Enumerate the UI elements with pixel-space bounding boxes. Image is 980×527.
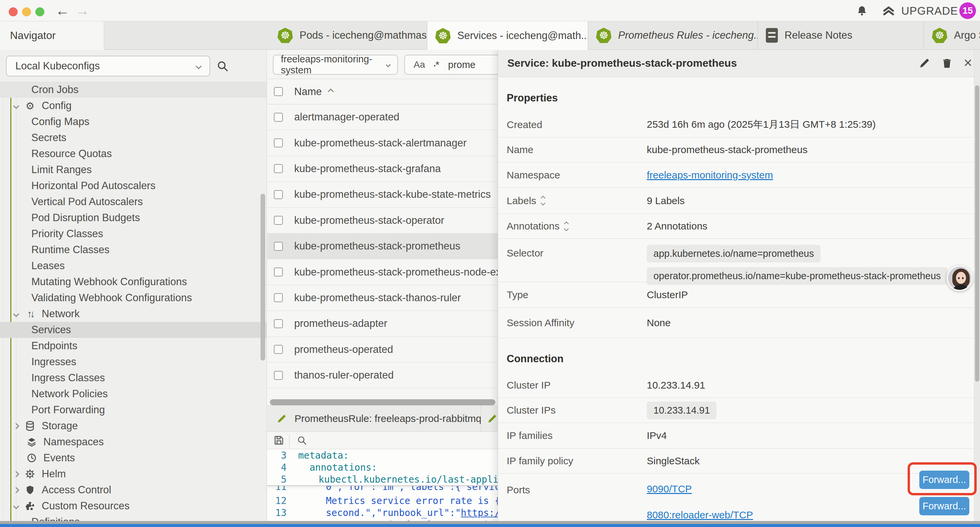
sidebar-item-network-policies[interactable]: Network Policies — [0, 386, 267, 402]
sidebar-item-config[interactable]: ⚙Config — [0, 98, 267, 114]
back-button[interactable]: ← — [56, 2, 69, 19]
minimize-window-button[interactable] — [22, 7, 31, 16]
delete-trash-icon[interactable] — [941, 57, 953, 69]
line-number: 13 — [267, 507, 286, 518]
tab-pods[interactable]: ☸ Pods - icecheng@mathmas... — [269, 21, 427, 49]
sidebar-item-events[interactable]: Events — [0, 450, 267, 466]
sidebar-item-leases[interactable]: Leases — [0, 258, 267, 274]
row-checkbox[interactable] — [274, 242, 283, 251]
maximize-window-button[interactable] — [35, 7, 45, 16]
sidebar-item-access-control[interactable]: Access Control — [0, 482, 267, 498]
sidebar-item-port-forwarding[interactable]: Port Forwarding — [0, 402, 267, 418]
toolbar-divider — [289, 434, 290, 447]
dock-tab-prometheusrule[interactable]: PrometheusRule: freeleaps-prod-rabbitmq — [267, 406, 481, 431]
sidebar-item-helm[interactable]: Helm — [0, 466, 267, 482]
detail-scrollbar-track[interactable] — [974, 50, 980, 527]
namespace-link[interactable]: freeleaps-monitoring-system — [647, 169, 773, 181]
notifications-bell-icon[interactable] — [856, 5, 868, 18]
table-row[interactable]: kube-prometheus-stack-alertmanager — [267, 130, 498, 156]
sidebar-item-horizontal-pod-autoscalers[interactable]: Horizontal Pod Autoscalers — [0, 178, 267, 194]
sidebar-item-runtime-classes[interactable]: Runtime Classes — [0, 242, 267, 258]
sidebar-item-storage[interactable]: Storage — [0, 418, 267, 434]
table-row-selected[interactable]: kube-prometheus-stack-prometheus — [267, 234, 498, 259]
sidebar-scrollbar[interactable] — [261, 194, 265, 361]
sidebar-item-namespaces[interactable]: Namespaces — [0, 434, 267, 450]
code-link[interactable]: https://net — [461, 507, 498, 518]
sidebar-item-cron-jobs[interactable]: Cron Jobs — [0, 82, 267, 98]
namespace-filter-select[interactable]: freeleaps-monitoring-system — [273, 55, 398, 75]
tab-services[interactable]: ☸ Services - icecheng@math... × — [427, 21, 588, 50]
row-checkbox[interactable] — [274, 293, 283, 302]
edit-pencil-icon[interactable] — [919, 57, 931, 69]
row-checkbox[interactable] — [274, 319, 283, 328]
sidebar-item-network[interactable]: ↑↓Network — [0, 306, 267, 322]
table-row[interactable]: prometheus-operated — [267, 337, 498, 363]
tab-prometheus-rules[interactable]: ☸ Prometheus Rules - icecheng... — [588, 21, 758, 49]
table-row[interactable]: kube-prometheus-stack-operator — [267, 208, 498, 234]
row-checkbox[interactable] — [274, 216, 283, 225]
yaml-editor[interactable]: 3metadata: 4annotations: 5kubectl.kubern… — [267, 449, 498, 527]
row-checkbox[interactable] — [274, 345, 283, 354]
sidebar-item-validating-webhook-configurations[interactable]: Validating Webhook Configurations — [0, 290, 267, 306]
search-query-text: prome — [448, 59, 475, 70]
close-panel-icon[interactable]: × — [964, 54, 972, 71]
table-row[interactable]: kube-prometheus-stack-kube-state-metrics — [267, 182, 498, 207]
sidebar-item-resource-quotas[interactable]: Resource Quotas — [0, 146, 267, 162]
sidebar-item-config-maps[interactable]: Config Maps — [0, 114, 267, 130]
dock-tab-partial[interactable] — [481, 406, 498, 431]
row-checkbox[interactable] — [274, 267, 283, 277]
code-text: second.","runbook_url":" — [326, 507, 461, 518]
sidebar-item-mutating-webhook-configurations[interactable]: Mutating Webhook Configurations — [0, 274, 267, 290]
port-link-9090[interactable]: 9090/TCP — [647, 480, 753, 498]
sort-toggle-icon[interactable] — [565, 222, 568, 231]
table-row[interactable]: kube-prometheus-stack-thanos-ruler — [267, 285, 498, 311]
tab-release-notes[interactable]: Release Notes — [758, 21, 924, 49]
regex-icon[interactable]: ▪* — [434, 59, 439, 70]
sort-toggle-icon[interactable] — [541, 196, 545, 205]
row-checkbox[interactable] — [274, 113, 283, 122]
row-value[interactable]: 2 Annotations — [647, 220, 708, 232]
horizontal-scrollbar[interactable] — [270, 399, 495, 405]
close-window-button[interactable] — [9, 7, 18, 16]
row-checkbox[interactable] — [274, 139, 283, 147]
sidebar-item-limit-ranges[interactable]: Limit Ranges — [0, 162, 267, 178]
kubeconfig-selector[interactable]: Local Kubeconfigs — [6, 56, 210, 76]
sidebar-item-pod-disruption-budgets[interactable]: Pod Disruption Budgets — [0, 210, 267, 226]
navigator-panel-tab[interactable]: Navigator — [0, 21, 104, 50]
table-row[interactable]: kube-prometheus-stack-grafana — [267, 156, 498, 182]
bottom-accent-bar — [0, 524, 980, 527]
save-icon[interactable] — [273, 435, 285, 446]
table-row[interactable]: kube-prometheus-stack-prometheus-node-ex… — [267, 259, 498, 285]
sidebar-item-vertical-pod-autoscalers[interactable]: Vertical Pod Autoscalers — [0, 194, 267, 210]
sidebar-item-custom-resources[interactable]: Custom Resources — [0, 498, 267, 514]
user-avatar[interactable] — [947, 265, 973, 291]
column-header-name[interactable]: Name — [294, 86, 333, 98]
detail-row-name: Name kube-prometheus-stack-prometheus — [498, 137, 980, 162]
sidebar-item-secrets[interactable]: Secrets — [0, 130, 267, 146]
table-row[interactable]: thanos-ruler-operated — [267, 363, 498, 388]
table-row[interactable]: prometheus-adapter — [267, 311, 498, 336]
sidebar-item-priority-classes[interactable]: Priority Classes — [0, 226, 267, 242]
forward-button[interactable]: → — [75, 2, 89, 19]
sidebar-item-services[interactable]: Services — [0, 322, 267, 338]
row-checkbox[interactable] — [274, 164, 283, 173]
forward-button-8080[interactable]: Forward... — [919, 497, 969, 515]
service-name: kube-prometheus-stack-operator — [294, 215, 444, 226]
row-value[interactable]: 9 Labels — [647, 195, 684, 207]
detail-scrollbar-thumb[interactable] — [975, 85, 979, 382]
row-checkbox[interactable] — [274, 190, 283, 199]
line-number: 12 — [267, 495, 286, 506]
search-icon[interactable] — [216, 60, 229, 72]
tab-argo[interactable]: ☸ Argo Se — [924, 21, 980, 49]
notification-count-badge[interactable]: 15 — [959, 2, 976, 19]
search-icon[interactable] — [296, 435, 307, 446]
sidebar-item-ingress-classes[interactable]: Ingress Classes — [0, 370, 267, 386]
row-checkbox[interactable] — [274, 371, 283, 380]
search-input[interactable]: Aa ▪* prome — [404, 55, 498, 75]
select-all-checkbox[interactable] — [274, 87, 283, 96]
table-row[interactable]: alertmanager-operated — [267, 104, 498, 130]
sidebar-item-ingresses[interactable]: Ingresses — [0, 354, 267, 370]
match-case-icon[interactable]: Aa — [414, 59, 425, 70]
upgrade-button[interactable]: UPGRADE — [881, 3, 958, 19]
sidebar-item-endpoints[interactable]: Endpoints — [0, 338, 267, 354]
